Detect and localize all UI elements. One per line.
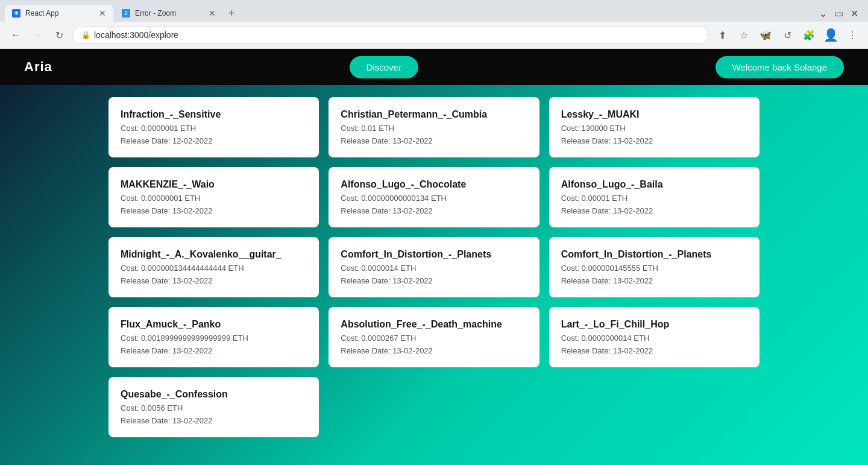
card-cost: Cost: 0.01 ETH: [341, 124, 527, 133]
music-card[interactable]: Alfonso_Lugo_-_Baila Cost: 0.00001 ETH R…: [549, 167, 760, 227]
reload-icon[interactable]: ↺: [779, 27, 796, 43]
card-cost: Cost: 0.0000001 ETH: [121, 124, 307, 133]
card-cost: Cost: 0.000000134444444444 ETH: [121, 264, 307, 273]
discover-button[interactable]: Discover: [350, 56, 418, 78]
music-card[interactable]: Absolution_Free_-_Death_machine Cost: 0.…: [329, 307, 539, 367]
music-card[interactable]: Midnight_-_A._Kovalenko__guitar_ Cost: 0…: [108, 237, 319, 297]
url-text: localhost:3000/explore: [94, 30, 178, 40]
card-release: Release Date: 13-02-2022: [561, 346, 747, 355]
card-cost: Cost: 0.000000145555 ETH: [561, 264, 747, 273]
card-cost: Cost: 0.0056 ETH: [121, 403, 307, 413]
card-title: Comfort_In_Distortion_-_Planets: [561, 249, 747, 260]
puzzle-icon[interactable]: 🧩: [800, 27, 817, 43]
card-cost: Cost: 0.0000267 ETH: [341, 334, 527, 343]
avatar-icon[interactable]: 👤: [822, 27, 839, 43]
card-title: Lart_-_Lo_Fi_Chill_Hop: [561, 319, 747, 330]
card-cost: Cost: 0.0000014 ETH: [341, 264, 527, 273]
music-card[interactable]: Alfonso_Lugo_-_Chocolate Cost: 0.0000000…: [329, 167, 539, 227]
new-tab-button[interactable]: +: [223, 5, 240, 22]
card-release: Release Date: 13-02-2022: [561, 136, 747, 145]
forward-button[interactable]: →: [29, 27, 46, 43]
main-content: Infraction_-_Sensitive Cost: 0.0000001 E…: [0, 85, 868, 465]
app-header: Aria Discover Welcome back Solange: [0, 49, 868, 85]
share-icon[interactable]: ⬆: [714, 27, 731, 43]
music-card[interactable]: Lart_-_Lo_Fi_Chill_Hop Cost: 0.000000001…: [549, 307, 760, 367]
card-title: Alfonso_Lugo_-_Chocolate: [341, 179, 527, 190]
music-card[interactable]: MAKKENZIE_-_Waio Cost: 0.00000001 ETH Re…: [108, 167, 319, 227]
app-logo: Aria: [24, 59, 52, 75]
card-release: Release Date: 13-02-2022: [341, 276, 527, 285]
card-title: MAKKENZIE_-_Waio: [121, 179, 307, 190]
tab-zoom[interactable]: Z Error - Zoom ✕: [115, 5, 223, 22]
tab-bar: ⚛ React App ✕ Z Error - Zoom ✕ + ⌄ ▭ ✕: [0, 0, 868, 22]
extension-butterfly[interactable]: 🦋: [757, 27, 774, 43]
card-release: Release Date: 13-02-2022: [121, 416, 307, 425]
tab-maximize[interactable]: ▭: [834, 8, 843, 19]
card-release: Release Date: 12-02-2022: [121, 136, 307, 145]
card-release: Release Date: 13-02-2022: [341, 136, 527, 145]
card-title: Comfort_In_Distortion_-_Planets: [341, 249, 527, 260]
reload-button[interactable]: ↻: [51, 27, 68, 43]
music-card[interactable]: Comfort_In_Distortion_-_Planets Cost: 0.…: [329, 237, 539, 297]
welcome-button[interactable]: Welcome back Solange: [715, 56, 844, 78]
url-bar[interactable]: 🔒 localhost:3000/explore: [72, 26, 709, 44]
card-cost: Cost: 0.00001 ETH: [561, 194, 747, 203]
card-release: Release Date: 13-02-2022: [561, 276, 747, 285]
tab-close-window[interactable]: ✕: [851, 8, 858, 19]
browser-chrome: ⚛ React App ✕ Z Error - Zoom ✕ + ⌄ ▭ ✕ ←…: [0, 0, 868, 49]
tab-zoom-label: Error - Zoom: [135, 9, 176, 17]
card-cost: Cost: 0.00000000000134 ETH: [341, 194, 527, 203]
card-title: Quesabe_-_Confession: [121, 389, 307, 400]
back-button[interactable]: ←: [7, 27, 24, 43]
music-card[interactable]: Christian_Petermann_-_Cumbia Cost: 0.01 …: [329, 97, 539, 157]
zoom-favicon: Z: [122, 9, 130, 17]
card-cost: Cost: 0.00000001 ETH: [121, 194, 307, 203]
card-release: Release Date: 13-02-2022: [121, 346, 307, 355]
tab-react-label: React App: [25, 9, 58, 17]
music-card[interactable]: Comfort_In_Distortion_-_Planets Cost: 0.…: [549, 237, 760, 297]
tab-react-close[interactable]: ✕: [99, 8, 106, 18]
card-title: Midnight_-_A._Kovalenko__guitar_: [121, 249, 307, 260]
card-cost: Cost: 0.0018999999999999999 ETH: [121, 334, 307, 343]
bookmark-icon[interactable]: ☆: [735, 27, 752, 43]
card-title: Lessky_-_MUAKI: [561, 109, 747, 120]
card-title: Absolution_Free_-_Death_machine: [341, 319, 527, 330]
music-card[interactable]: Lessky_-_MUAKI Cost: 130000 ETH Release …: [549, 97, 760, 157]
card-release: Release Date: 13-02-2022: [121, 206, 307, 215]
tab-minimize[interactable]: ⌄: [819, 8, 827, 19]
card-title: Flux_Amuck_-_Panko: [121, 319, 307, 330]
tab-zoom-close[interactable]: ✕: [209, 8, 216, 18]
music-card[interactable]: Infraction_-_Sensitive Cost: 0.0000001 E…: [108, 97, 319, 157]
toolbar-right: ⬆ ☆ 🦋 ↺ 🧩 👤 ⋮: [714, 27, 861, 43]
music-card[interactable]: Quesabe_-_Confession Cost: 0.0056 ETH Re…: [108, 377, 319, 437]
card-cost: Cost: 130000 ETH: [561, 124, 747, 133]
card-release: Release Date: 13-02-2022: [121, 276, 307, 285]
react-favicon: ⚛: [12, 9, 20, 17]
card-cost: Cost: 0.0000000014 ETH: [561, 334, 747, 343]
card-title: Alfonso_Lugo_-_Baila: [561, 179, 747, 190]
tab-controls: ⌄ ▭ ✕: [819, 8, 863, 19]
cards-grid: Infraction_-_Sensitive Cost: 0.0000001 E…: [108, 97, 760, 437]
lock-icon: 🔒: [81, 31, 90, 39]
card-release: Release Date: 13-02-2022: [341, 346, 527, 355]
card-title: Infraction_-_Sensitive: [121, 109, 307, 120]
card-release: Release Date: 13-02-2022: [341, 206, 527, 215]
address-bar: ← → ↻ 🔒 localhost:3000/explore ⬆ ☆ 🦋 ↺ 🧩…: [0, 22, 868, 48]
menu-icon[interactable]: ⋮: [844, 27, 861, 43]
card-title: Christian_Petermann_-_Cumbia: [341, 109, 527, 120]
music-card[interactable]: Flux_Amuck_-_Panko Cost: 0.0018999999999…: [108, 307, 319, 367]
tab-react-app[interactable]: ⚛ React App ✕: [5, 5, 113, 22]
card-release: Release Date: 13-02-2022: [561, 206, 747, 215]
